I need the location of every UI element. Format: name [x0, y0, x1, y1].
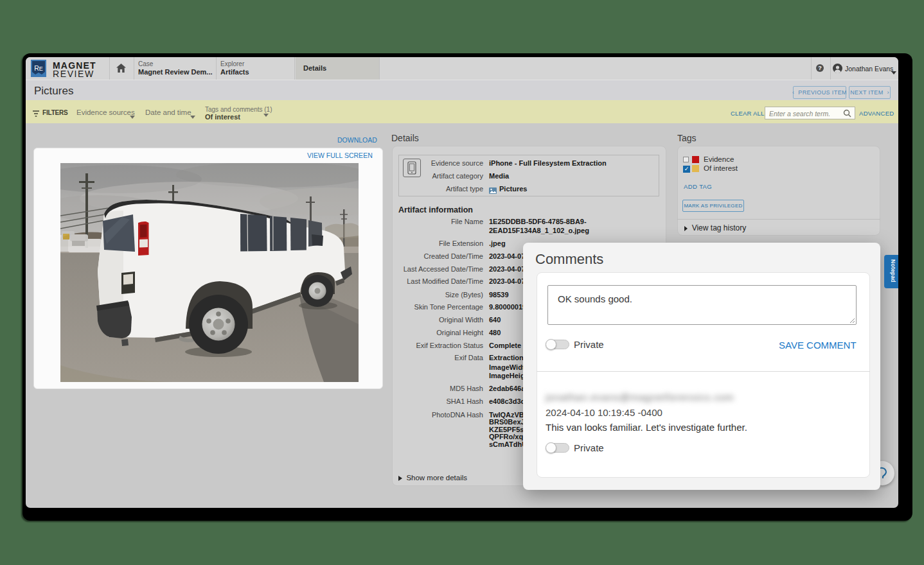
svg-text:RE: RE	[34, 64, 43, 72]
